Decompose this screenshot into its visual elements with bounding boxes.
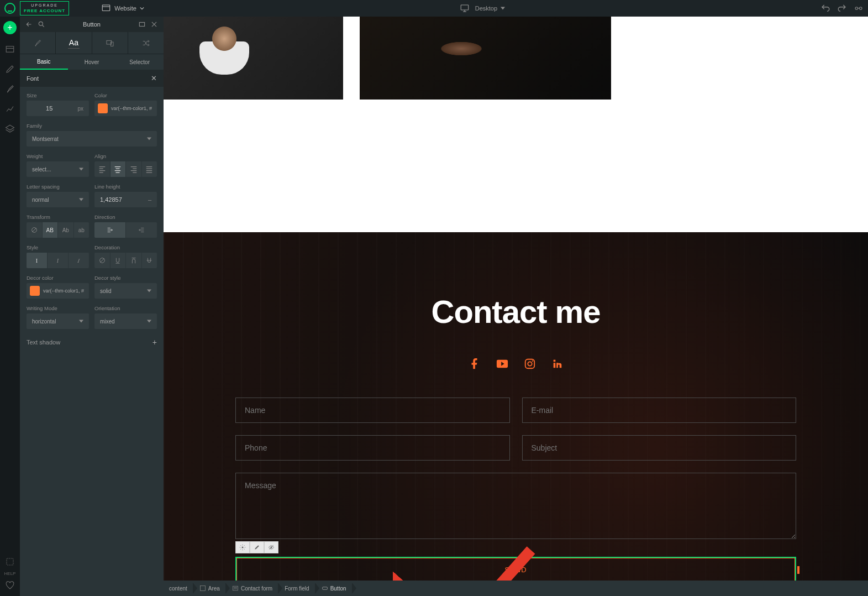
writingmode-select[interactable]: horizontal <box>27 313 89 329</box>
linkedin-icon[interactable] <box>551 358 564 370</box>
transform-none-button[interactable] <box>27 222 43 238</box>
canvas-area[interactable]: Contact me SEND <box>164 17 868 581</box>
decorcolor-label: Decor color <box>27 275 89 281</box>
direction-rtl-button[interactable] <box>126 222 157 238</box>
add-shadow-button[interactable]: + <box>152 338 157 347</box>
letterspacing-select[interactable]: normal <box>27 192 89 207</box>
logo-icon[interactable] <box>4 3 15 14</box>
orientation-value: mixed <box>100 318 115 325</box>
instagram-icon[interactable] <box>524 358 536 370</box>
deco-overline-button[interactable] <box>126 253 142 268</box>
crumb-button[interactable]: Button <box>316 581 353 596</box>
svg-rect-2 <box>461 5 469 10</box>
redo-icon[interactable] <box>837 3 847 13</box>
orientation-select[interactable]: mixed <box>94 313 157 329</box>
style-normal-button[interactable]: I <box>27 253 48 268</box>
button-icon <box>322 585 328 592</box>
youtube-icon[interactable] <box>496 358 508 370</box>
size-input[interactable] <box>27 105 72 112</box>
social-icons <box>235 358 796 370</box>
preview-icon[interactable] <box>854 3 864 13</box>
gallery-image-1[interactable] <box>164 17 343 100</box>
tab-shuffle[interactable] <box>128 32 164 54</box>
brush-icon[interactable] <box>5 84 15 94</box>
undo-icon[interactable] <box>820 3 830 13</box>
edit-icon[interactable] <box>5 64 15 74</box>
search-icon[interactable] <box>38 20 45 28</box>
upgrade-line2: FREE ACCOUNT <box>24 8 65 14</box>
align-center-button[interactable] <box>111 161 127 177</box>
style-group: I I I <box>27 253 89 268</box>
state-tab-selector[interactable]: Selector <box>115 54 164 70</box>
size-input-wrap: px <box>27 101 89 116</box>
send-button[interactable]: SEND <box>235 557 796 581</box>
direction-ltr-button[interactable] <box>94 222 126 238</box>
control-edit-button[interactable] <box>250 541 264 553</box>
lineheight-input[interactable] <box>94 196 143 203</box>
brush-icon <box>32 39 43 48</box>
style-italic-button[interactable]: I <box>48 253 69 268</box>
tab-typography[interactable]: Aa <box>56 32 92 54</box>
crumb-content[interactable]: content <box>164 581 194 596</box>
resize-handle-right[interactable] <box>797 566 799 574</box>
crumb-field[interactable]: Form field <box>279 581 315 596</box>
align-left-button[interactable] <box>94 161 111 177</box>
decorstyle-select[interactable]: solid <box>94 283 157 299</box>
back-icon[interactable] <box>25 20 33 28</box>
state-tab-hover[interactable]: Hover <box>68 54 116 70</box>
state-tab-basic[interactable]: Basic <box>20 54 68 70</box>
decorcolor-picker[interactable]: var(--thm-color1, # <box>27 283 89 299</box>
align-right-button[interactable] <box>126 161 142 177</box>
transform-upper-button[interactable]: AB <box>43 222 59 238</box>
deco-underline-button[interactable] <box>111 253 127 268</box>
message-field[interactable] <box>235 473 796 539</box>
control-settings-button[interactable] <box>235 541 250 553</box>
crumb-label: content <box>169 585 187 592</box>
heart-icon[interactable] <box>5 581 15 590</box>
topbar-center: Desktop <box>460 3 505 13</box>
sections-icon[interactable] <box>5 44 15 54</box>
help-icon[interactable] <box>5 557 15 567</box>
stats-icon[interactable] <box>5 104 15 114</box>
crumb-form[interactable]: Contact form <box>227 581 279 596</box>
tab-responsive[interactable] <box>92 32 128 54</box>
close-icon[interactable] <box>150 20 158 28</box>
control-hide-button[interactable] <box>264 541 278 553</box>
tab-brush[interactable] <box>20 32 56 54</box>
color-label: Color <box>94 92 157 98</box>
subject-field[interactable] <box>522 435 797 461</box>
transform-lower-button[interactable]: ab <box>74 222 90 238</box>
textshadow-label: Text shadow <box>27 339 60 346</box>
gallery-image-2[interactable] <box>360 17 611 100</box>
svg-rect-10 <box>7 558 13 565</box>
expand-icon[interactable] <box>138 20 146 28</box>
deco-none-button[interactable] <box>94 253 111 268</box>
add-element-button[interactable]: + <box>3 21 17 34</box>
facebook-icon[interactable] <box>469 358 481 370</box>
align-justify-button[interactable] <box>142 161 157 177</box>
lineheight-unit[interactable]: – <box>143 196 157 203</box>
weight-select[interactable]: select... <box>27 161 89 177</box>
size-unit[interactable]: px <box>72 106 89 112</box>
section-close-icon[interactable]: ✕ <box>151 74 157 82</box>
layers-icon[interactable] <box>5 124 15 134</box>
contact-title[interactable]: Contact me <box>235 293 796 330</box>
top-bar: UPGRADE FREE ACCOUNT Website Desktop <box>0 0 868 17</box>
email-field[interactable] <box>522 398 797 423</box>
name-field[interactable] <box>235 398 510 423</box>
deco-strike-button[interactable] <box>142 253 157 268</box>
decorcolor-value: var(--thm-color1, # <box>43 288 86 294</box>
crumb-area[interactable]: Area <box>194 581 227 596</box>
weight-label: Weight <box>27 153 89 159</box>
website-dropdown[interactable]: Website <box>101 3 144 13</box>
color-picker[interactable]: var(--thm-color1, # <box>94 101 157 116</box>
upgrade-button[interactable]: UPGRADE FREE ACCOUNT <box>20 1 69 15</box>
svg-point-11 <box>39 22 43 25</box>
contact-section[interactable]: Contact me SEND <box>164 232 868 581</box>
viewport-dropdown[interactable]: Desktop <box>475 5 505 12</box>
style-oblique-button[interactable]: I <box>67 253 89 268</box>
transform-cap-button[interactable]: Ab <box>58 222 74 238</box>
phone-field[interactable] <box>235 435 510 461</box>
svg-line-17 <box>32 228 36 232</box>
family-select[interactable]: Montserrat <box>27 131 157 147</box>
